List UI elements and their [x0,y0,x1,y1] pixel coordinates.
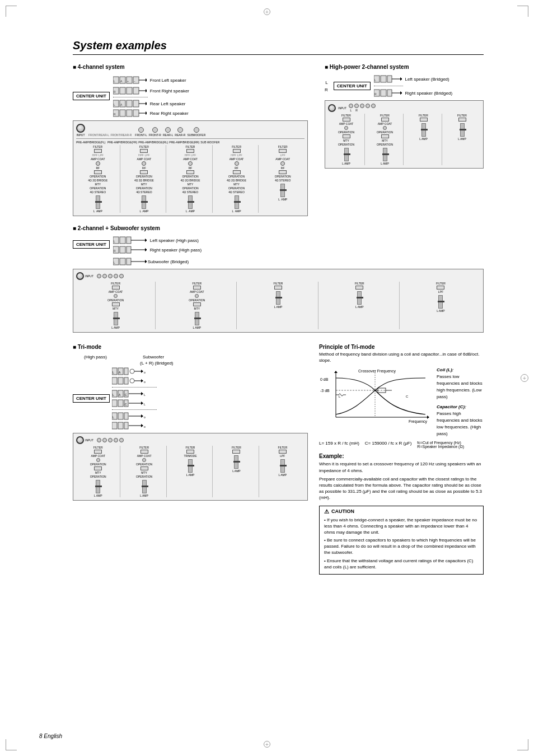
s-mty1: MTY [113,307,119,310]
hp-fader-2[interactable] [383,148,387,161]
toggle-4[interactable] [233,149,241,153]
t-fdr4[interactable] [234,455,238,469]
svg-text:L: L [114,261,115,264]
toggle-rf-3[interactable] [186,170,194,174]
t-fdr3[interactable] [188,459,193,473]
knob-sl-4: REAR-R [175,133,185,137]
hp-op-t1[interactable] [343,134,350,138]
rear-right-row: R Rear Right speaker [113,109,189,118]
hp-ks2-l: R [355,109,358,112]
trimode-section: Tri-mode (High pass) Subwoofer (L + R) (… [73,344,308,575]
s-t1[interactable] [112,286,120,290]
example-body: Prepare commercially-available coil and … [319,476,484,501]
svg-text:Frequency: Frequency [409,419,428,424]
tri-ks3 [108,438,113,442]
s-fdr5[interactable] [438,295,443,309]
t-t2[interactable] [140,450,148,454]
s-fl4: L AMP [355,305,364,309]
s-fdr3[interactable] [276,291,280,305]
tri-sub1: L o [112,412,157,421]
s-f2: FILTER [192,282,202,285]
fader-4[interactable] [235,195,239,209]
t-ot1[interactable] [94,466,102,470]
principle-title: Principle of Tri-mode [319,344,484,350]
t-mty1: MTY [95,471,101,474]
fader-label-4: L AMP [232,209,241,213]
s-t5[interactable] [437,286,444,290]
t-a2: AMP COAT [137,454,152,458]
sub-filter-row: FILTER AMP COAT OPERATION MTY L AMP FILT… [76,282,480,329]
s-t4[interactable] [355,286,363,290]
t-t3[interactable] [186,450,194,454]
corner-mark-bl [6,739,17,750]
toggle-rf-4[interactable] [233,170,241,174]
center-mark-right [521,374,528,382]
t-fdr1[interactable] [96,480,100,493]
t-fl4: L AMP [232,469,241,473]
t-ot2[interactable] [140,466,148,470]
formulas-row: L= 159 x R / fc (mH) C= 159000 / fc x R … [319,441,484,449]
fader-3[interactable] [188,195,193,209]
trimode-main-diagram: CENTER UNIT L A [73,367,308,430]
tri-knob-main [76,436,84,444]
rear-right-label: Rear Right speaker [150,111,189,116]
svg-rect-88 [118,400,123,407]
toggle-rf-2[interactable] [140,170,148,174]
hp-fader-1[interactable] [344,148,349,161]
svg-rect-101 [112,422,117,429]
cap-title: Capacitor (C): [437,404,484,410]
toggle-1[interactable] [94,149,102,153]
svg-marker-31 [146,111,147,115]
svg-marker-69 [141,370,143,373]
ampcoat-label-5: AMP COAT [275,157,290,161]
hp-t4[interactable] [458,118,466,122]
s-ot1[interactable] [112,302,120,306]
s-fdr2[interactable] [195,312,199,325]
svg-text:+: + [127,80,129,83]
hp-op2-l1: OPERATION [338,143,354,146]
svg-text:−: − [134,80,135,83]
t-t4[interactable] [232,450,240,454]
corner-mark-br [517,739,528,750]
caution-list: If you wish to bridge-connect a speaker,… [324,517,479,571]
svg-text:L: L [114,80,115,83]
s-ot2[interactable] [193,302,201,306]
hp-t3[interactable] [420,118,428,122]
hp-fader-4[interactable] [460,123,465,137]
center-unit-box-tri: CENTER UNIT [73,394,110,403]
toggle-2[interactable] [140,149,148,153]
s-t3[interactable] [274,286,282,290]
toggle-5[interactable] [279,149,287,153]
hp-left-label: Left speaker (Bridged) [405,77,449,82]
t-t1[interactable] [94,450,102,454]
fader-2[interactable] [142,195,146,209]
hp-fader-3[interactable] [421,123,426,137]
svg-text:C: C [125,393,127,396]
s-a1: AMP COAT [109,290,123,293]
t-fdr5[interactable] [280,459,285,473]
toggle-rf-1[interactable] [94,170,102,174]
fader-5[interactable] [280,184,285,197]
ch-label-rr: SUB WOOFER [200,141,228,144]
t-fdr2[interactable] [142,480,147,493]
toggle-3[interactable] [186,149,194,153]
hp-ks1-l: L [350,109,352,112]
op-val-1: 4Ω 2Ω BRIDGE [88,179,107,182]
four-channel-diagram: CENTER UNIT L A + [73,74,308,118]
hp-t2[interactable] [381,118,389,122]
s-fdr4[interactable] [357,291,362,305]
svg-point-67 [130,369,134,374]
s-t2[interactable] [193,286,201,290]
toggle-rf-5[interactable] [279,170,287,174]
tri-dotted-2 [112,409,157,410]
s-fdr1[interactable] [114,312,118,325]
t-a3: TRIMODE [184,454,196,458]
dotted-separator-4ch [113,97,148,97]
t-a1: AMP COAT [91,454,105,458]
fader-1[interactable] [96,195,100,209]
hp-op-t2[interactable] [381,134,389,138]
svg-text:L: L [114,103,115,106]
s-fh5 [438,301,444,302]
hp-t1[interactable] [343,118,350,122]
t-t5[interactable] [279,450,287,454]
